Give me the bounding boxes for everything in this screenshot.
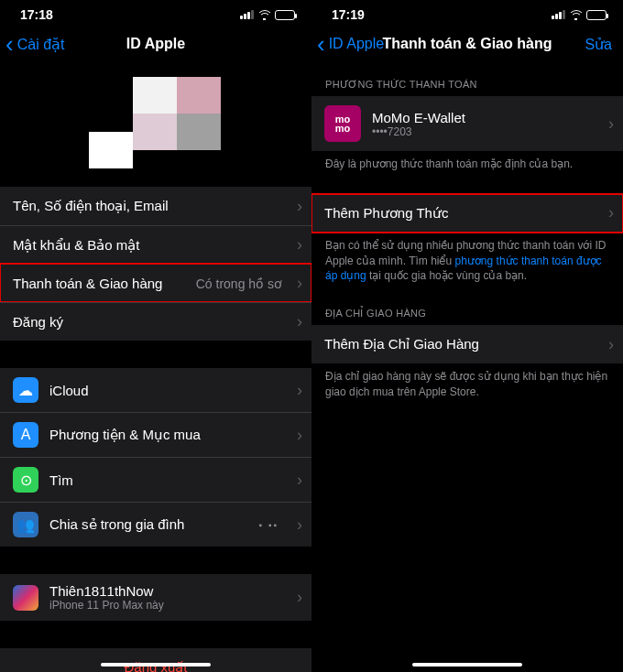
home-indicator[interactable]	[412, 663, 522, 667]
status-icons	[240, 10, 295, 20]
payment-method-row[interactable]: momo MoMo E-Wallet ••••7203 ›	[312, 96, 623, 151]
battery-icon	[586, 10, 607, 20]
account-settings-group: Tên, Số điện thoại, Email›Mật khẩu & Bảo…	[0, 187, 312, 341]
row-label: Mật khẩu & Bảo mật	[13, 237, 140, 254]
settings-row[interactable]: Thanh toán & Giao hàngCó trong hồ sơ›	[0, 264, 312, 302]
status-time: 17:19	[332, 7, 365, 22]
service-row[interactable]: ☁︎iCloud›	[0, 368, 312, 412]
nav-bar: Cài đặt ID Apple	[0, 26, 312, 62]
back-button[interactable]: Cài đặt	[5, 36, 64, 53]
family-members-icon: ▪ ▪▪	[259, 520, 279, 530]
chevron-right-icon: ›	[608, 335, 614, 354]
default-payment-footer: Đây là phương thức thanh toán mặc định c…	[312, 151, 623, 178]
settings-row[interactable]: Tên, Số điện thoại, Email›	[0, 187, 312, 225]
chevron-right-icon: ›	[297, 312, 302, 331]
add-payment-method-row[interactable]: Thêm Phương Thức ›	[312, 194, 623, 233]
service-row[interactable]: ⊙Tìm›	[0, 457, 312, 502]
battery-icon	[275, 10, 295, 20]
edit-button[interactable]: Sửa	[585, 36, 612, 53]
chevron-right-icon: ›	[297, 197, 302, 216]
back-label: Cài đặt	[17, 36, 65, 53]
signout-group: Đăng xuất	[0, 648, 312, 672]
cell-signal-icon	[240, 10, 254, 19]
shipping-address-header: ĐỊA CHỈ GIAO HÀNG	[312, 302, 623, 325]
settings-row[interactable]: Mật khẩu & Bảo mật›	[0, 225, 312, 264]
home-indicator[interactable]	[101, 663, 211, 667]
row-label: Tên, Số điện thoại, Email	[13, 198, 169, 214]
row-label: Tìm	[49, 472, 73, 488]
status-bar: 17:18	[0, 0, 312, 26]
row-detail: Có trong hồ sơ	[196, 276, 282, 291]
chevron-right-icon: ›	[297, 471, 302, 490]
chevron-right-icon: ›	[297, 381, 302, 400]
service-row[interactable]: APhương tiện & Mục mua›	[0, 412, 312, 457]
device-thumbnail-icon	[13, 585, 38, 611]
wifi-icon	[257, 10, 271, 20]
chevron-right-icon: ›	[297, 274, 302, 293]
service-row[interactable]: 👥Chia sẻ trong gia đình▪ ▪▪›	[0, 502, 312, 547]
back-label: ID Apple	[329, 36, 384, 52]
status-time: 17:18	[20, 7, 53, 22]
add-payment-label: Thêm Phương Thức	[324, 205, 448, 222]
app-icon: ☁︎	[13, 377, 38, 403]
row-label: Đăng ký	[13, 314, 63, 330]
chevron-right-icon: ›	[608, 203, 614, 222]
chevron-right-icon: ›	[297, 515, 302, 535]
payment-name: MoMo E-Wallet	[372, 110, 465, 125]
app-icon: A	[13, 422, 38, 448]
avatar[interactable]	[105, 77, 206, 150]
row-label: Chia sẻ trong gia đình	[49, 516, 184, 533]
device-row[interactable]: Thiên1811thNow iPhone 11 Pro Max này ›	[0, 574, 312, 621]
nav-title: ID Apple	[126, 36, 185, 52]
chevron-right-icon: ›	[297, 426, 302, 445]
status-bar: 17:19	[312, 0, 623, 26]
nav-bar: ID Apple Thanh toán & Giao hàng Sửa	[312, 26, 623, 62]
wifi-icon	[569, 10, 583, 20]
profile-header	[0, 62, 312, 178]
nav-title: Thanh toán & Giao hàng	[383, 36, 552, 52]
chevron-right-icon: ›	[608, 114, 614, 134]
device-name: Thiên1811thNow	[49, 583, 164, 599]
sign-out-button[interactable]: Đăng xuất	[0, 648, 312, 672]
payment-methods-footer: Bạn có thể sử dụng nhiều phương thức tha…	[312, 233, 623, 289]
status-icons	[552, 10, 607, 20]
device-model: iPhone 11 Pro Max này	[49, 599, 164, 612]
momo-icon: momo	[324, 105, 361, 142]
app-icon: ⊙	[13, 467, 38, 493]
row-label: Phương tiện & Mục mua	[49, 427, 201, 443]
devices-group: Thiên1811thNow iPhone 11 Pro Max này ›	[0, 574, 312, 621]
chevron-right-icon: ›	[297, 588, 302, 607]
row-label: iCloud	[49, 383, 89, 398]
services-group: ☁︎iCloud›APhương tiện & Mục mua›⊙Tìm›👥Ch…	[0, 368, 312, 547]
row-label: Thanh toán & Giao hàng	[13, 276, 162, 291]
payment-number: ••••7203	[372, 125, 465, 138]
app-icon: 👥	[13, 512, 38, 537]
add-shipping-address-row[interactable]: Thêm Địa Chỉ Giao Hàng ›	[312, 325, 623, 363]
screen-payment-shipping: 17:19 ID Apple Thanh toán & Giao hàng Sử…	[312, 0, 623, 672]
payment-method-header: PHƯƠNG THỨC THANH TOÁN	[312, 73, 623, 96]
screen-apple-id: 17:18 Cài đặt ID Apple Tên, Số điện thoạ…	[0, 0, 312, 672]
add-address-label: Thêm Địa Chỉ Giao Hàng	[324, 336, 479, 352]
shipping-address-footer: Địa chỉ giao hàng này sẽ được sử dụng kh…	[312, 363, 623, 406]
chevron-right-icon: ›	[297, 235, 302, 255]
cell-signal-icon	[552, 10, 565, 19]
back-button[interactable]: ID Apple	[317, 36, 384, 52]
settings-row[interactable]: Đăng ký›	[0, 302, 312, 341]
